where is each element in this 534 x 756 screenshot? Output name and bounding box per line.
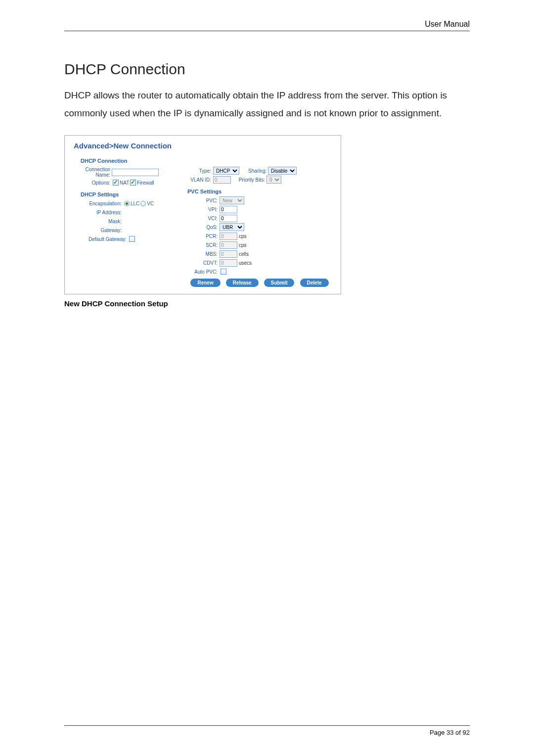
- pcr-label: PCR:: [187, 234, 220, 239]
- section-description: DHCP allows the router to automatically …: [64, 87, 470, 122]
- conn-name-label: Connection Name:: [81, 167, 112, 178]
- vpi-label: VPI:: [187, 207, 220, 212]
- pcr-unit: cps: [237, 234, 247, 239]
- encap-vc-label: VC: [147, 201, 154, 206]
- defgw-label: Default Gateway:: [81, 236, 128, 242]
- vlan-input[interactable]: [213, 176, 231, 184]
- release-button[interactable]: Release: [226, 279, 259, 287]
- scr-label: SCR:: [187, 242, 220, 248]
- pvc-label: PVC:: [187, 198, 220, 203]
- mask-label: Mask:: [81, 219, 123, 224]
- nat-checkbox[interactable]: [113, 180, 119, 186]
- submit-button[interactable]: Submit: [264, 279, 295, 287]
- dhcp-settings-heading: DHCP Settings: [81, 191, 187, 197]
- qos-label: QoS:: [187, 225, 220, 230]
- figure-caption: New DHCP Connection Setup: [64, 299, 470, 308]
- pvc-heading: PVC Settings: [187, 189, 332, 194]
- panel-heading: DHCP Connection: [74, 158, 332, 164]
- nat-label: NAT: [120, 180, 129, 186]
- ip-label: IP Address:: [81, 210, 123, 215]
- encap-llc-label: LLC: [131, 201, 139, 206]
- cdvt-label: CDVT:: [187, 260, 220, 266]
- type-select[interactable]: DHCP: [213, 167, 239, 175]
- qos-select[interactable]: UBR: [220, 223, 244, 231]
- button-row: Renew Release Submit Delete: [187, 279, 332, 287]
- type-label: Type:: [187, 168, 213, 174]
- firewall-checkbox[interactable]: [130, 180, 136, 186]
- firewall-label: Firewall: [137, 180, 154, 186]
- cdvt-unit: usecs: [237, 260, 252, 266]
- gateway-label: Gateway:: [81, 228, 123, 233]
- sharing-label: Sharing:: [239, 168, 268, 174]
- defgw-checkbox[interactable]: [129, 236, 135, 242]
- autopvc-checkbox[interactable]: [221, 269, 226, 275]
- config-panel: Advanced>New Connection DHCP Connection …: [64, 135, 341, 294]
- cdvt-input[interactable]: [220, 259, 237, 267]
- delete-button[interactable]: Delete: [300, 279, 329, 287]
- priority-label: Priority Bits:: [231, 177, 267, 183]
- autopvc-label: Auto PVC:: [187, 269, 220, 275]
- sharing-select[interactable]: Disable: [268, 167, 297, 175]
- mbs-input[interactable]: [220, 250, 237, 258]
- left-column: Connection Name: Options: NAT Firewall D…: [74, 166, 187, 287]
- mbs-label: MBS:: [187, 251, 220, 257]
- doc-title: User Manual: [425, 20, 470, 28]
- mbs-unit: cells: [237, 251, 249, 257]
- section-title: DHCP Connection: [64, 61, 470, 78]
- page-number: Page 33 of 92: [430, 729, 470, 736]
- page-footer: Page 33 of 92: [64, 725, 470, 736]
- renew-button[interactable]: Renew: [190, 279, 220, 287]
- page-header: User Manual: [64, 20, 470, 31]
- conn-name-input[interactable]: [112, 169, 159, 176]
- scr-unit: cps: [237, 242, 247, 248]
- scr-input[interactable]: [220, 241, 237, 249]
- vci-label: VCI:: [187, 216, 220, 221]
- priority-select[interactable]: 0: [267, 176, 281, 184]
- vlan-label: VLAN ID:: [187, 177, 213, 183]
- right-column: Type: DHCP Sharing: Disable VLAN ID: Pri…: [187, 166, 332, 287]
- options-label: Options:: [81, 180, 112, 186]
- panel-breadcrumb: Advanced>New Connection: [74, 142, 332, 154]
- pvc-select[interactable]: New: [220, 196, 244, 204]
- encap-llc-radio[interactable]: [124, 201, 130, 206]
- encap-vc-radio[interactable]: [140, 201, 146, 206]
- vpi-input[interactable]: [220, 206, 237, 213]
- pcr-input[interactable]: [220, 233, 237, 240]
- vci-input[interactable]: [220, 215, 237, 222]
- encap-label: Encapsulation:: [81, 201, 123, 206]
